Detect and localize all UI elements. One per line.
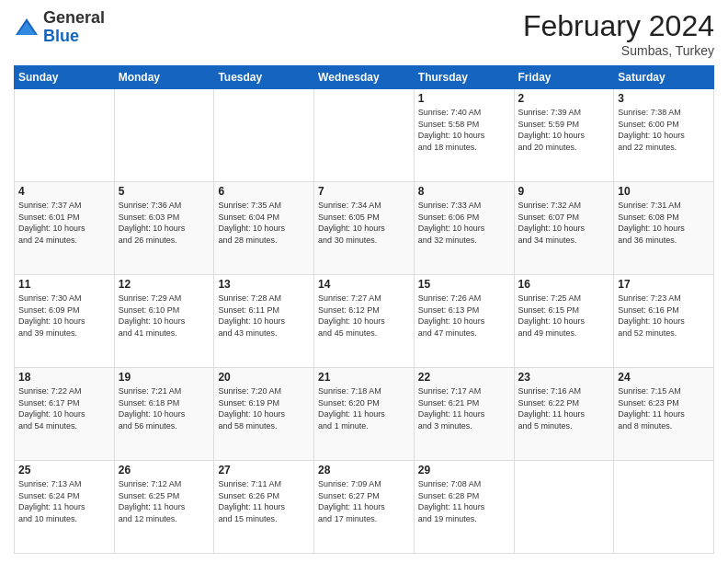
day-info: Sunrise: 7:20 AM Sunset: 6:19 PM Dayligh…: [218, 385, 310, 431]
title-block: February 2024 Sumbas, Turkey: [523, 9, 714, 58]
calendar-cell: 9Sunrise: 7:32 AM Sunset: 6:07 PM Daylig…: [514, 182, 614, 275]
calendar-cell: 14Sunrise: 7:27 AM Sunset: 6:12 PM Dayli…: [314, 275, 415, 368]
month-title: February 2024: [523, 9, 714, 43]
day-number: 10: [618, 185, 710, 198]
calendar-cell: 29Sunrise: 7:08 AM Sunset: 6:28 PM Dayli…: [414, 461, 514, 554]
day-number: 13: [218, 278, 310, 291]
day-number: 17: [618, 278, 710, 291]
day-info: Sunrise: 7:08 AM Sunset: 6:28 PM Dayligh…: [418, 478, 510, 524]
day-info: Sunrise: 7:32 AM Sunset: 6:07 PM Dayligh…: [518, 200, 610, 246]
day-number: 9: [518, 185, 610, 198]
day-number: 28: [318, 464, 410, 477]
day-number: 5: [119, 185, 210, 198]
calendar-cell: 24Sunrise: 7:15 AM Sunset: 6:23 PM Dayli…: [614, 368, 714, 461]
day-number: 2: [518, 92, 610, 105]
day-of-week-header: Friday: [514, 66, 614, 89]
day-info: Sunrise: 7:21 AM Sunset: 6:18 PM Dayligh…: [119, 385, 210, 431]
day-info: Sunrise: 7:15 AM Sunset: 6:23 PM Dayligh…: [618, 385, 710, 431]
calendar-cell: 3Sunrise: 7:38 AM Sunset: 6:00 PM Daylig…: [614, 89, 714, 182]
day-number: 15: [418, 278, 510, 291]
day-number: 20: [218, 371, 310, 384]
logo-general-text: General: [43, 8, 105, 27]
day-number: 6: [218, 185, 310, 198]
calendar-cell: [214, 89, 314, 182]
day-info: Sunrise: 7:11 AM Sunset: 6:26 PM Dayligh…: [218, 478, 310, 524]
day-number: 24: [618, 371, 710, 384]
day-number: 7: [318, 185, 410, 198]
day-info: Sunrise: 7:28 AM Sunset: 6:11 PM Dayligh…: [218, 293, 310, 339]
day-info: Sunrise: 7:16 AM Sunset: 6:22 PM Dayligh…: [518, 385, 610, 431]
day-number: 4: [18, 185, 110, 198]
day-number: 1: [418, 92, 510, 105]
day-info: Sunrise: 7:26 AM Sunset: 6:13 PM Dayligh…: [418, 293, 510, 339]
calendar-cell: 4Sunrise: 7:37 AM Sunset: 6:01 PM Daylig…: [15, 182, 115, 275]
day-info: Sunrise: 7:33 AM Sunset: 6:06 PM Dayligh…: [418, 200, 510, 246]
calendar-cell: 22Sunrise: 7:17 AM Sunset: 6:21 PM Dayli…: [414, 368, 514, 461]
day-info: Sunrise: 7:18 AM Sunset: 6:20 PM Dayligh…: [318, 385, 410, 431]
day-number: 12: [119, 278, 210, 291]
calendar-cell: 21Sunrise: 7:18 AM Sunset: 6:20 PM Dayli…: [314, 368, 415, 461]
logo-text: General Blue: [43, 9, 105, 46]
day-number: 3: [618, 92, 710, 105]
calendar-table: SundayMondayTuesdayWednesdayThursdayFrid…: [14, 65, 714, 554]
calendar-cell: 13Sunrise: 7:28 AM Sunset: 6:11 PM Dayli…: [214, 275, 314, 368]
page: General Blue February 2024 Sumbas, Turke…: [0, 0, 728, 563]
day-info: Sunrise: 7:13 AM Sunset: 6:24 PM Dayligh…: [18, 478, 110, 524]
day-number: 19: [119, 371, 210, 384]
calendar-cell: [514, 461, 614, 554]
day-info: Sunrise: 7:39 AM Sunset: 5:59 PM Dayligh…: [518, 107, 610, 153]
calendar-cell: 10Sunrise: 7:31 AM Sunset: 6:08 PM Dayli…: [614, 182, 714, 275]
day-number: 26: [119, 464, 210, 477]
logo: General Blue: [14, 9, 105, 46]
calendar-cell: 28Sunrise: 7:09 AM Sunset: 6:27 PM Dayli…: [314, 461, 415, 554]
logo-icon: [14, 15, 40, 40]
calendar-cell: 2Sunrise: 7:39 AM Sunset: 5:59 PM Daylig…: [514, 89, 614, 182]
day-number: 22: [418, 371, 510, 384]
day-of-week-header: Sunday: [15, 66, 115, 89]
calendar-cell: [15, 89, 115, 182]
day-info: Sunrise: 7:36 AM Sunset: 6:03 PM Dayligh…: [119, 200, 210, 246]
day-info: Sunrise: 7:17 AM Sunset: 6:21 PM Dayligh…: [418, 385, 510, 431]
day-info: Sunrise: 7:27 AM Sunset: 6:12 PM Dayligh…: [318, 293, 410, 339]
day-info: Sunrise: 7:37 AM Sunset: 6:01 PM Dayligh…: [18, 200, 110, 246]
calendar-cell: 12Sunrise: 7:29 AM Sunset: 6:10 PM Dayli…: [114, 275, 214, 368]
location: Sumbas, Turkey: [523, 43, 714, 58]
day-number: 27: [218, 464, 310, 477]
day-info: Sunrise: 7:25 AM Sunset: 6:15 PM Dayligh…: [518, 293, 610, 339]
day-of-week-header: Wednesday: [314, 66, 415, 89]
calendar-cell: 16Sunrise: 7:25 AM Sunset: 6:15 PM Dayli…: [514, 275, 614, 368]
calendar-cell: [314, 89, 415, 182]
logo-blue-text: Blue: [43, 27, 79, 45]
day-number: 16: [518, 278, 610, 291]
calendar-cell: 11Sunrise: 7:30 AM Sunset: 6:09 PM Dayli…: [15, 275, 115, 368]
calendar-cell: 17Sunrise: 7:23 AM Sunset: 6:16 PM Dayli…: [614, 275, 714, 368]
day-info: Sunrise: 7:29 AM Sunset: 6:10 PM Dayligh…: [119, 293, 210, 339]
day-info: Sunrise: 7:40 AM Sunset: 5:58 PM Dayligh…: [418, 107, 510, 153]
calendar-cell: 26Sunrise: 7:12 AM Sunset: 6:25 PM Dayli…: [114, 461, 214, 554]
day-info: Sunrise: 7:34 AM Sunset: 6:05 PM Dayligh…: [318, 200, 410, 246]
day-info: Sunrise: 7:12 AM Sunset: 6:25 PM Dayligh…: [119, 478, 210, 524]
calendar-cell: 15Sunrise: 7:26 AM Sunset: 6:13 PM Dayli…: [414, 275, 514, 368]
day-number: 8: [418, 185, 510, 198]
calendar-cell: [114, 89, 214, 182]
day-of-week-header: Monday: [114, 66, 214, 89]
day-info: Sunrise: 7:38 AM Sunset: 6:00 PM Dayligh…: [618, 107, 710, 153]
calendar-header-row: SundayMondayTuesdayWednesdayThursdayFrid…: [15, 66, 714, 89]
day-of-week-header: Thursday: [414, 66, 514, 89]
day-number: 25: [18, 464, 110, 477]
calendar-cell: 27Sunrise: 7:11 AM Sunset: 6:26 PM Dayli…: [214, 461, 314, 554]
day-number: 14: [318, 278, 410, 291]
day-of-week-header: Tuesday: [214, 66, 314, 89]
day-number: 11: [18, 278, 110, 291]
day-info: Sunrise: 7:35 AM Sunset: 6:04 PM Dayligh…: [218, 200, 310, 246]
calendar-cell: 25Sunrise: 7:13 AM Sunset: 6:24 PM Dayli…: [15, 461, 115, 554]
calendar-cell: 20Sunrise: 7:20 AM Sunset: 6:19 PM Dayli…: [214, 368, 314, 461]
day-number: 29: [418, 464, 510, 477]
day-number: 21: [318, 371, 410, 384]
calendar-week-row: 25Sunrise: 7:13 AM Sunset: 6:24 PM Dayli…: [15, 461, 714, 554]
header: General Blue February 2024 Sumbas, Turke…: [14, 9, 714, 58]
calendar-week-row: 11Sunrise: 7:30 AM Sunset: 6:09 PM Dayli…: [15, 275, 714, 368]
day-number: 23: [518, 371, 610, 384]
calendar-cell: [614, 461, 714, 554]
day-number: 18: [18, 371, 110, 384]
